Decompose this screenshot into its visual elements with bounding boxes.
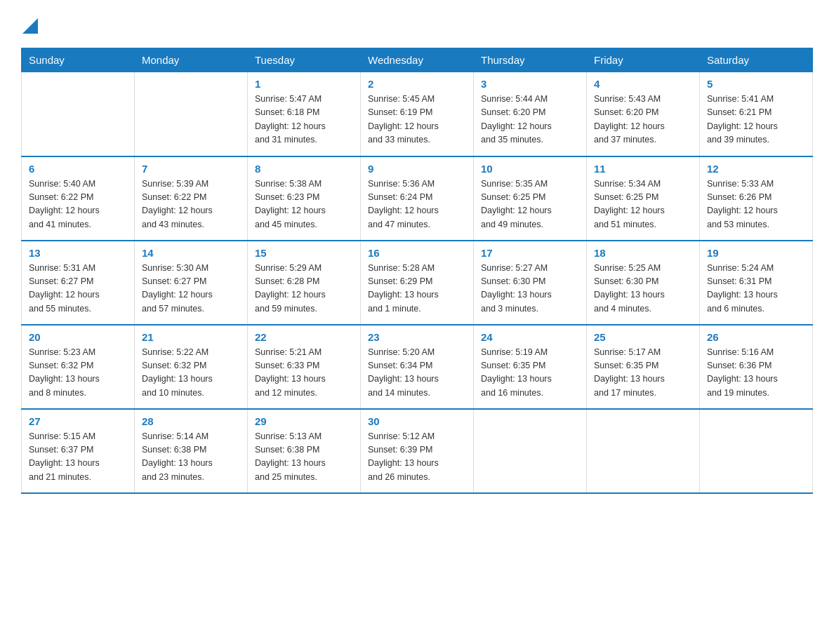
calendar-cell: 19Sunrise: 5:24 AM Sunset: 6:31 PM Dayli… — [700, 241, 813, 325]
day-number: 23 — [368, 331, 466, 343]
logo-triangle-icon — [22, 18, 38, 34]
day-info: Sunrise: 5:45 AM Sunset: 6:19 PM Dayligh… — [368, 93, 466, 147]
day-info: Sunrise: 5:44 AM Sunset: 6:20 PM Dayligh… — [481, 93, 579, 147]
weekday-header: Wednesday — [361, 48, 474, 72]
day-info: Sunrise: 5:29 AM Sunset: 6:28 PM Dayligh… — [255, 262, 353, 316]
day-number: 27 — [29, 415, 127, 427]
weekday-header: Thursday — [474, 48, 587, 72]
calendar-week-row: 1Sunrise: 5:47 AM Sunset: 6:18 PM Daylig… — [22, 72, 813, 156]
day-info: Sunrise: 5:41 AM Sunset: 6:21 PM Dayligh… — [707, 93, 805, 147]
calendar-cell: 4Sunrise: 5:43 AM Sunset: 6:20 PM Daylig… — [587, 72, 700, 156]
calendar-cell: 9Sunrise: 5:36 AM Sunset: 6:24 PM Daylig… — [361, 156, 474, 241]
day-info: Sunrise: 5:40 AM Sunset: 6:22 PM Dayligh… — [29, 177, 127, 232]
day-number: 24 — [481, 331, 579, 343]
svg-marker-0 — [22, 18, 38, 34]
logo — [21, 21, 38, 34]
weekday-header: Tuesday — [248, 48, 361, 72]
day-info: Sunrise: 5:19 AM Sunset: 6:35 PM Dayligh… — [481, 346, 579, 401]
day-number: 16 — [368, 247, 466, 259]
calendar-cell: 1Sunrise: 5:47 AM Sunset: 6:18 PM Daylig… — [248, 72, 361, 156]
calendar-header-row: SundayMondayTuesdayWednesdayThursdayFrid… — [22, 48, 813, 72]
calendar-week-row: 27Sunrise: 5:15 AM Sunset: 6:37 PM Dayli… — [22, 409, 813, 493]
calendar-cell: 14Sunrise: 5:30 AM Sunset: 6:27 PM Dayli… — [135, 241, 248, 325]
calendar-cell: 28Sunrise: 5:14 AM Sunset: 6:38 PM Dayli… — [135, 409, 248, 493]
calendar-cell: 7Sunrise: 5:39 AM Sunset: 6:22 PM Daylig… — [135, 156, 248, 241]
calendar-week-row: 6Sunrise: 5:40 AM Sunset: 6:22 PM Daylig… — [22, 156, 813, 241]
page-header — [21, 14, 813, 34]
day-info: Sunrise: 5:23 AM Sunset: 6:32 PM Dayligh… — [29, 346, 127, 401]
calendar-cell: 10Sunrise: 5:35 AM Sunset: 6:25 PM Dayli… — [474, 156, 587, 241]
calendar-cell: 11Sunrise: 5:34 AM Sunset: 6:25 PM Dayli… — [587, 156, 700, 241]
day-number: 7 — [142, 163, 240, 175]
day-number: 15 — [255, 247, 353, 259]
day-number: 19 — [707, 247, 805, 259]
calendar-cell: 24Sunrise: 5:19 AM Sunset: 6:35 PM Dayli… — [474, 325, 587, 409]
calendar-cell — [135, 72, 248, 156]
day-number: 28 — [142, 415, 240, 427]
calendar-cell: 29Sunrise: 5:13 AM Sunset: 6:38 PM Dayli… — [248, 409, 361, 493]
calendar-cell: 27Sunrise: 5:15 AM Sunset: 6:37 PM Dayli… — [22, 409, 135, 493]
day-number: 30 — [368, 415, 466, 427]
calendar-cell: 17Sunrise: 5:27 AM Sunset: 6:30 PM Dayli… — [474, 241, 587, 325]
calendar-cell: 20Sunrise: 5:23 AM Sunset: 6:32 PM Dayli… — [22, 325, 135, 409]
day-info: Sunrise: 5:14 AM Sunset: 6:38 PM Dayligh… — [142, 430, 240, 485]
day-info: Sunrise: 5:21 AM Sunset: 6:33 PM Dayligh… — [255, 346, 353, 401]
day-info: Sunrise: 5:15 AM Sunset: 6:37 PM Dayligh… — [29, 430, 127, 485]
day-info: Sunrise: 5:36 AM Sunset: 6:24 PM Dayligh… — [368, 177, 466, 232]
day-number: 20 — [29, 331, 127, 343]
day-number: 5 — [707, 78, 805, 90]
day-number: 29 — [255, 415, 353, 427]
day-info: Sunrise: 5:13 AM Sunset: 6:38 PM Dayligh… — [255, 430, 353, 485]
day-info: Sunrise: 5:47 AM Sunset: 6:18 PM Dayligh… — [255, 93, 353, 147]
day-info: Sunrise: 5:34 AM Sunset: 6:25 PM Dayligh… — [594, 177, 692, 232]
calendar-cell: 16Sunrise: 5:28 AM Sunset: 6:29 PM Dayli… — [361, 241, 474, 325]
calendar-week-row: 13Sunrise: 5:31 AM Sunset: 6:27 PM Dayli… — [22, 241, 813, 325]
calendar-cell: 22Sunrise: 5:21 AM Sunset: 6:33 PM Dayli… — [248, 325, 361, 409]
day-info: Sunrise: 5:20 AM Sunset: 6:34 PM Dayligh… — [368, 346, 466, 401]
calendar-cell: 26Sunrise: 5:16 AM Sunset: 6:36 PM Dayli… — [700, 325, 813, 409]
weekday-header: Monday — [135, 48, 248, 72]
calendar-cell: 21Sunrise: 5:22 AM Sunset: 6:32 PM Dayli… — [135, 325, 248, 409]
day-info: Sunrise: 5:39 AM Sunset: 6:22 PM Dayligh… — [142, 177, 240, 232]
day-number: 21 — [142, 331, 240, 343]
calendar-table: SundayMondayTuesdayWednesdayThursdayFrid… — [21, 48, 813, 494]
day-number: 11 — [594, 163, 692, 175]
day-info: Sunrise: 5:17 AM Sunset: 6:35 PM Dayligh… — [594, 346, 692, 401]
day-info: Sunrise: 5:27 AM Sunset: 6:30 PM Dayligh… — [481, 262, 579, 316]
calendar-cell — [22, 72, 135, 156]
calendar-cell: 6Sunrise: 5:40 AM Sunset: 6:22 PM Daylig… — [22, 156, 135, 241]
weekday-header: Friday — [587, 48, 700, 72]
day-number: 17 — [481, 247, 579, 259]
day-number: 8 — [255, 163, 353, 175]
calendar-cell: 2Sunrise: 5:45 AM Sunset: 6:19 PM Daylig… — [361, 72, 474, 156]
calendar-cell: 30Sunrise: 5:12 AM Sunset: 6:39 PM Dayli… — [361, 409, 474, 493]
calendar-week-row: 20Sunrise: 5:23 AM Sunset: 6:32 PM Dayli… — [22, 325, 813, 409]
calendar-cell: 12Sunrise: 5:33 AM Sunset: 6:26 PM Dayli… — [700, 156, 813, 241]
day-info: Sunrise: 5:30 AM Sunset: 6:27 PM Dayligh… — [142, 262, 240, 316]
day-number: 4 — [594, 78, 692, 90]
day-info: Sunrise: 5:16 AM Sunset: 6:36 PM Dayligh… — [707, 346, 805, 401]
day-info: Sunrise: 5:28 AM Sunset: 6:29 PM Dayligh… — [368, 262, 466, 316]
calendar-cell: 25Sunrise: 5:17 AM Sunset: 6:35 PM Dayli… — [587, 325, 700, 409]
calendar-cell — [474, 409, 587, 493]
day-number: 2 — [368, 78, 466, 90]
calendar-cell — [587, 409, 700, 493]
day-number: 9 — [368, 163, 466, 175]
day-info: Sunrise: 5:25 AM Sunset: 6:30 PM Dayligh… — [594, 262, 692, 316]
calendar-cell: 8Sunrise: 5:38 AM Sunset: 6:23 PM Daylig… — [248, 156, 361, 241]
day-info: Sunrise: 5:22 AM Sunset: 6:32 PM Dayligh… — [142, 346, 240, 401]
day-info: Sunrise: 5:31 AM Sunset: 6:27 PM Dayligh… — [29, 262, 127, 316]
day-number: 25 — [594, 331, 692, 343]
day-number: 3 — [481, 78, 579, 90]
calendar-cell: 23Sunrise: 5:20 AM Sunset: 6:34 PM Dayli… — [361, 325, 474, 409]
day-number: 10 — [481, 163, 579, 175]
calendar-cell: 15Sunrise: 5:29 AM Sunset: 6:28 PM Dayli… — [248, 241, 361, 325]
calendar-cell: 5Sunrise: 5:41 AM Sunset: 6:21 PM Daylig… — [700, 72, 813, 156]
day-number: 12 — [707, 163, 805, 175]
day-number: 13 — [29, 247, 127, 259]
day-info: Sunrise: 5:35 AM Sunset: 6:25 PM Dayligh… — [481, 177, 579, 232]
day-info: Sunrise: 5:33 AM Sunset: 6:26 PM Dayligh… — [707, 177, 805, 232]
day-number: 6 — [29, 163, 127, 175]
calendar-cell: 13Sunrise: 5:31 AM Sunset: 6:27 PM Dayli… — [22, 241, 135, 325]
calendar-cell: 18Sunrise: 5:25 AM Sunset: 6:30 PM Dayli… — [587, 241, 700, 325]
